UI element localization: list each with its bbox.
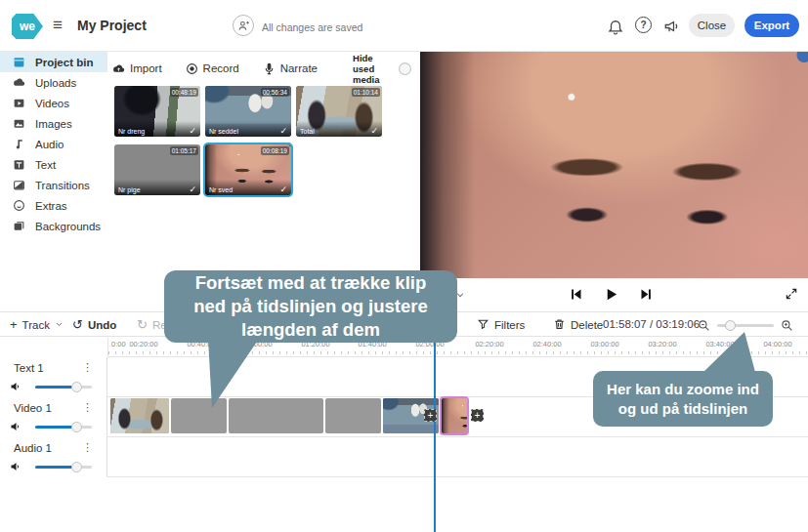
sidebar-item-uploads[interactable]: Uploads (0, 72, 107, 93)
wevideo-editor: we ≡ My Project All changes are saved ? … (0, 0, 808, 532)
clip-duration: 01:10:14 (352, 88, 380, 97)
preview-frame-image (420, 52, 808, 278)
track-mute-speaker-icon[interactable] (10, 381, 21, 392)
clip-duration: 01:05:17 (170, 146, 198, 155)
clip-frames (110, 398, 169, 433)
wevideo-logo-icon[interactable]: we (12, 14, 43, 39)
track-name: Text 1 (14, 362, 44, 374)
media-clip-nr-pige[interactable]: 01:05:17 Nr pige ✓ (114, 144, 200, 195)
chevron-down-icon (55, 320, 64, 329)
hide-used-media-toggle[interactable] (399, 62, 412, 75)
track-header: Audio 1 ⋮ (0, 437, 107, 477)
timeline-clip-nr-sved-selected[interactable] (442, 398, 467, 433)
timeline-clip-total[interactable] (110, 398, 169, 433)
track-mute-speaker-icon[interactable] (10, 421, 21, 432)
skip-to-start-button[interactable] (569, 287, 583, 302)
audio-note-icon (13, 138, 25, 150)
sidebar-item-text[interactable]: Text (0, 154, 107, 175)
zoom-slider[interactable] (717, 324, 774, 327)
track-menu-kebab-icon[interactable]: ⋮ (82, 441, 93, 454)
zoom-in-icon[interactable] (781, 319, 793, 332)
uploads-cloud-icon (13, 76, 25, 89)
used-check-icon: ✓ (370, 126, 378, 136)
undo-button[interactable]: ↺ Undo (72, 318, 116, 331)
sidebar-item-audio[interactable]: Audio (0, 134, 107, 154)
clip-name: Nr pige (118, 186, 141, 193)
volume-fill (35, 426, 76, 429)
hide-used-media-label: Hide used media (353, 53, 392, 85)
text-icon (13, 158, 25, 171)
import-cloud-icon (112, 62, 125, 75)
help-icon[interactable]: ? (635, 17, 652, 33)
video-preview[interactable] (420, 52, 808, 278)
zoom-out-icon[interactable] (698, 319, 710, 332)
filters-button[interactable]: Filters (477, 318, 525, 331)
media-clip-total[interactable]: 01:10:14 Total ✓ (296, 86, 382, 137)
delete-button[interactable]: Delete (553, 318, 603, 331)
ruler-label: 03:20:00 (648, 340, 676, 348)
track-menu-kebab-icon[interactable]: ⋮ (82, 361, 93, 374)
volume-knob[interactable] (71, 382, 82, 392)
ruler-label: 02:40:00 (532, 340, 561, 348)
clip-frames (442, 398, 467, 433)
sidebar-item-extras[interactable]: Extras (0, 195, 107, 216)
sidebar-item-videos[interactable]: Videos (0, 93, 107, 113)
import-button[interactable]: Import (112, 62, 162, 75)
plus-icon: + (10, 318, 18, 331)
clip-duration: 00:56:34 (261, 88, 289, 97)
used-check-icon: ✓ (279, 184, 287, 194)
clip-duration: 00:08:19 (261, 146, 289, 155)
notifications-bell-icon[interactable] (607, 18, 624, 35)
add-transition-button[interactable]: + (471, 409, 484, 422)
clip-name: Total (300, 128, 315, 135)
ruler-label: 03:00:00 (590, 340, 618, 348)
used-check-icon: ✓ (279, 126, 287, 136)
add-track-button[interactable]: + Track (10, 318, 64, 331)
fullscreen-expand-icon[interactable] (785, 287, 798, 301)
sidebar-item-images[interactable]: Images (0, 113, 107, 134)
clip-name: Nr sved (209, 186, 233, 193)
track-volume-slider[interactable] (35, 466, 92, 469)
add-transition-button[interactable]: + (424, 409, 437, 422)
track-volume-slider[interactable] (35, 386, 92, 389)
volume-fill (35, 386, 76, 389)
volume-knob[interactable] (71, 462, 82, 472)
sidebar-item-transitions[interactable]: Transitions (0, 175, 107, 195)
autosave-status: All changes are saved (262, 21, 362, 33)
track-volume-slider[interactable] (35, 426, 92, 429)
media-clip-nr-sved[interactable]: 00:08:19 Nr sved ✓ (205, 144, 291, 195)
media-sidebar: Project bin Uploads Videos Images Audio … (0, 52, 107, 236)
media-clip-nr-seddel[interactable]: 00:56:34 Nr seddel ✓ (205, 86, 291, 137)
undo-icon: ↺ (72, 318, 83, 331)
announcements-icon[interactable] (663, 18, 681, 35)
skip-to-end-button[interactable] (639, 287, 654, 302)
play-button[interactable] (604, 287, 618, 302)
volume-knob[interactable] (71, 422, 82, 432)
used-check-icon: ✓ (189, 126, 196, 136)
close-button[interactable]: Close (689, 14, 735, 37)
narrate-button[interactable]: Narrate (263, 62, 318, 75)
track-row-audio-1: Audio 1 ⋮ (0, 437, 808, 477)
ruler-label: 0:00 (111, 340, 126, 348)
track-name: Video 1 (14, 402, 52, 414)
zoom-slider-knob[interactable] (725, 320, 736, 331)
menu-icon[interactable]: ≡ (53, 16, 63, 35)
playback-bar (420, 278, 808, 311)
timecode-separator: / (647, 318, 657, 330)
volume-fill (35, 466, 76, 469)
media-clip-nr-dreng[interactable]: 00:48:19 Nr dreng ✓ (114, 86, 200, 137)
playhead[interactable] (434, 338, 436, 532)
sidebar-item-backgrounds[interactable]: Backgrounds (0, 216, 107, 236)
timeline-clip-nr-pige-2[interactable] (325, 398, 381, 433)
timecode-total: 03:19:06 (656, 318, 700, 330)
timecode-current: 01:58:07 (603, 318, 647, 330)
add-collaborator-icon[interactable] (233, 15, 254, 36)
track-mute-speaker-icon[interactable] (10, 461, 21, 472)
sidebar-item-project-bin[interactable]: Project bin (0, 52, 107, 72)
tooltip-drag-clips: Fortsæt med at trække klip ned på tidsli… (164, 270, 457, 343)
track-menu-kebab-icon[interactable]: ⋮ (82, 401, 93, 414)
record-button[interactable]: Record (186, 62, 239, 75)
ruler-label: 04:00:00 (763, 340, 791, 348)
clip-name: Nr seddel (209, 128, 238, 135)
export-button[interactable]: Export (744, 14, 799, 37)
